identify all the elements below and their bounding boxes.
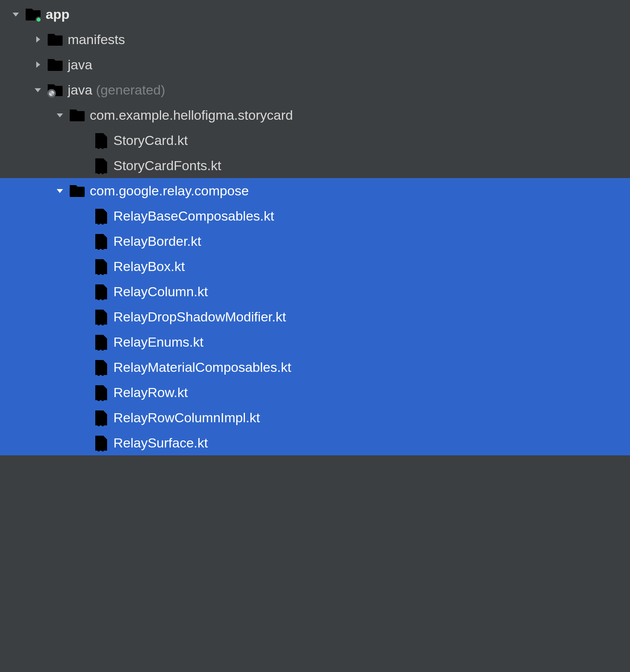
tree-item-label: RelayEnums.kt [113, 334, 204, 350]
kotlin-file-icon [91, 257, 110, 276]
chevron-right-icon[interactable] [30, 60, 46, 69]
tree-item-label: com.google.relay.compose [90, 183, 249, 199]
tree-item-file[interactable]: StoryCard.kt [0, 128, 630, 153]
tree-item-label: RelaySurface.kt [113, 435, 208, 451]
chevron-down-icon[interactable] [8, 9, 24, 19]
tree-item-file[interactable]: RelayEnums.kt [0, 329, 630, 355]
generated-folder-icon [46, 80, 65, 99]
kotlin-file-icon [91, 131, 110, 150]
chevron-down-icon[interactable] [52, 110, 68, 120]
chevron-down-icon[interactable] [52, 186, 68, 195]
tree-item-file[interactable]: RelayRow.kt [0, 380, 630, 405]
chevron-down-icon[interactable] [30, 85, 46, 95]
tree-item-label: StoryCardFonts.kt [113, 158, 221, 173]
tree-item-label: com.example.hellofigma.storycard [90, 108, 293, 123]
package-folder-icon [68, 181, 87, 200]
tree-item-file[interactable]: RelaySurface.kt [0, 430, 630, 455]
tree-item-label: RelayDropShadowModifier.kt [113, 309, 286, 325]
tree-item-file[interactable]: RelayBaseComposables.kt [0, 203, 630, 228]
tree-item-pkg-relay[interactable]: com.google.relay.compose [0, 178, 630, 203]
module-folder-icon [24, 5, 43, 24]
tree-item-label: StoryCard.kt [113, 133, 188, 148]
tree-item-java[interactable]: java [0, 52, 630, 77]
tree-item-file[interactable]: StoryCardFonts.kt [0, 153, 630, 178]
tree-item-label: manifests [68, 32, 125, 47]
tree-item-label: java [68, 57, 92, 72]
tree-item-manifests[interactable]: manifests [0, 27, 630, 52]
kotlin-file-icon [91, 433, 110, 452]
package-folder-icon [68, 106, 87, 124]
tree-item-label: RelayBorder.kt [113, 234, 201, 249]
tree-item-file[interactable]: RelayBorder.kt [0, 228, 630, 254]
kotlin-file-icon [91, 408, 110, 427]
tree-item-label: RelayBaseComposables.kt [113, 208, 274, 224]
tree-item-label: RelayColumn.kt [113, 284, 208, 299]
tree-item-app[interactable]: app [0, 2, 630, 27]
kotlin-file-icon [91, 358, 110, 377]
kotlin-file-icon [91, 307, 110, 326]
tree-item-file[interactable]: RelayRowColumnImpl.kt [0, 405, 630, 430]
tree-item-pkg-storycard[interactable]: com.example.hellofigma.storycard [0, 102, 630, 128]
kotlin-file-icon [91, 282, 110, 301]
kotlin-file-icon [91, 232, 110, 251]
chevron-right-icon[interactable] [30, 35, 46, 44]
tree-item-file[interactable]: RelayMaterialComposables.kt [0, 355, 630, 380]
tree-item-label: RelayBox.kt [113, 259, 185, 274]
project-tree: app manifests java java (generated) [0, 0, 630, 455]
kotlin-file-icon [91, 332, 110, 351]
tree-item-file[interactable]: RelayDropShadowModifier.kt [0, 304, 630, 329]
kotlin-file-icon [91, 156, 110, 175]
tree-item-file[interactable]: RelayBox.kt [0, 254, 630, 279]
tree-item-label: RelayRowColumnImpl.kt [113, 410, 260, 425]
kotlin-file-icon [91, 206, 110, 225]
tree-item-label: RelayMaterialComposables.kt [113, 360, 291, 375]
folder-icon [46, 55, 65, 74]
tree-item-file[interactable]: RelayColumn.kt [0, 279, 630, 304]
folder-icon [46, 30, 65, 49]
tree-item-label: java [68, 82, 92, 98]
kotlin-file-icon [91, 383, 110, 402]
tree-item-java-generated[interactable]: java (generated) [0, 77, 630, 102]
tree-item-suffix: (generated) [96, 82, 165, 98]
tree-item-label: RelayRow.kt [113, 385, 188, 400]
tree-item-label: app [46, 7, 69, 22]
